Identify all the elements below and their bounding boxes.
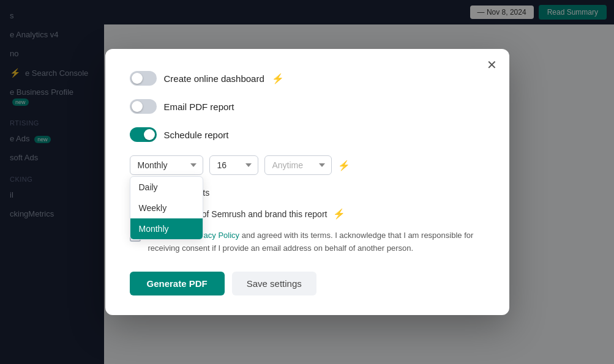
toggle-dashboard-knob [132, 73, 143, 84]
frequency-dropdown-wrapper: Daily Weekly Monthly Daily Weekly Monthl… [130, 155, 203, 175]
modal-footer: Generate PDF Save settings [130, 272, 485, 295]
save-settings-button[interactable]: Save settings [232, 272, 316, 295]
frequency-select[interactable]: Daily Weekly Monthly [130, 155, 203, 175]
modal-dialog: ✕ Create online dashboard ⚡ Email PDF re… [105, 49, 509, 314]
toggle-email-knob [132, 101, 143, 112]
time-select[interactable]: Anytime MorningAfternoonEvening [264, 155, 332, 175]
option-daily[interactable]: Daily [130, 177, 203, 198]
dashboard-lightning-icon: ⚡ [272, 73, 284, 84]
schedule-controls: Daily Weekly Monthly Daily Weekly Monthl… [130, 155, 485, 175]
option-monthly[interactable]: Monthly [130, 218, 203, 239]
toggle-schedule-knob [144, 129, 155, 140]
toggle-dashboard-label: Create online dashboard [164, 73, 264, 84]
frequency-dropdown-list: Daily Weekly Monthly [130, 176, 203, 240]
toggle-email[interactable] [130, 99, 157, 114]
day-select[interactable]: 1415161718 [209, 155, 258, 175]
brand-lightning-icon: ⚡ [333, 209, 345, 219]
toggle-dashboard[interactable] [130, 71, 157, 86]
toggle-schedule-row: Schedule report [130, 127, 485, 142]
toggle-schedule[interactable] [130, 127, 157, 142]
toggle-dashboard-row: Create online dashboard ⚡ [130, 71, 485, 86]
toggle-schedule-label: Schedule report [164, 130, 229, 140]
toggle-email-row: Email PDF report [130, 99, 485, 114]
toggle-email-label: Email PDF report [164, 102, 234, 112]
option-weekly[interactable]: Weekly [130, 198, 203, 218]
modal-backdrop: ✕ Create online dashboard ⚡ Email PDF re… [0, 0, 614, 364]
close-button[interactable]: ✕ [487, 59, 497, 71]
schedule-lightning-icon: ⚡ [338, 160, 350, 171]
generate-pdf-button[interactable]: Generate PDF [130, 272, 225, 295]
